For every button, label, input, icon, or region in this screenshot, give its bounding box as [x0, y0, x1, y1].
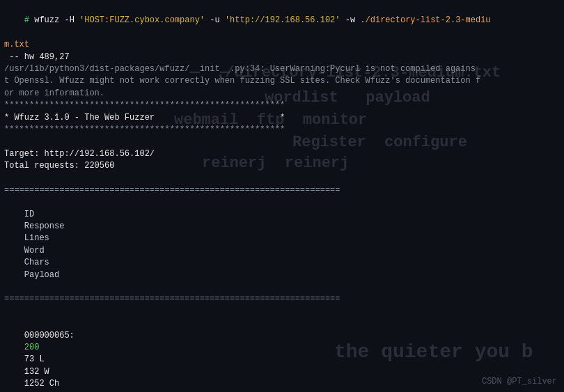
target: Target: http://192.168.56.102/: [4, 148, 560, 160]
prompt-symbol: #: [24, 15, 29, 25]
blank3: [4, 306, 560, 317]
blank1: [4, 136, 560, 148]
sep4: ========================================…: [4, 293, 560, 305]
blank2: [4, 172, 560, 184]
warning-line-3: or more information.: [4, 88, 560, 100]
sep3: ========================================…: [4, 185, 560, 196]
sep1: ****************************************…: [4, 100, 560, 111]
banner: * Wfuzz 3.1.0 - The Web Fuzzer *: [4, 112, 560, 124]
command-line: # wfuzz -H 'HOST:FUZZ.cybox.company' -u …: [4, 3, 560, 39]
table-row: 000000065: 200 73 L 132 W 1252 Ch "regis…: [4, 317, 560, 392]
sep2: ****************************************…: [4, 124, 560, 136]
warning-line-1: /usr/lib/python3/dist-packages/wfuzz/__i…: [4, 63, 560, 75]
warning-line-2: t Openssl. Wfuzz might not work correctl…: [4, 75, 560, 87]
hw-line: -- hw 489,27: [4, 52, 560, 63]
total-requests: Total requests: 220560: [4, 160, 560, 172]
command-line-cont: m.txt: [4, 39, 560, 51]
table-header: ID Response Lines Word Chars Payload: [4, 196, 560, 293]
footer-brand: CSDN @PT_silver: [482, 377, 557, 386]
terminal-window: # wfuzz -H 'HOST:FUZZ.cybox.company' -u …: [0, 0, 564, 392]
